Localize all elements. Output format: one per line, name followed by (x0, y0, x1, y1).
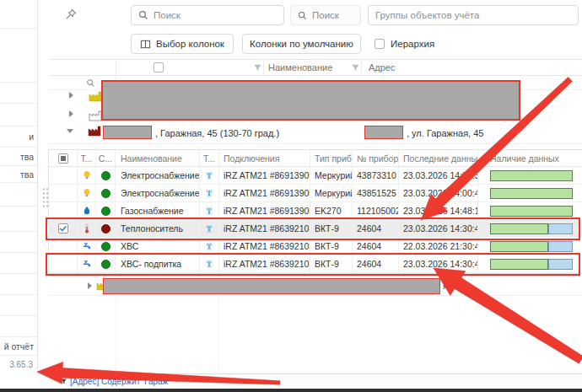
detail-header-status[interactable]: С... (96, 150, 116, 166)
detail-header-name[interactable]: Наименование (116, 150, 200, 166)
data-availability-bar (490, 206, 573, 217)
table-row[interactable]: Электроснабжение в мест... iRZ ATM21 #86… (49, 167, 582, 185)
factory-icon-yellow (89, 89, 102, 102)
antenna-icon (200, 202, 219, 219)
expand-row-icon[interactable] (69, 92, 73, 99)
table-row[interactable]: ХВС iRZ ATM21 #863921039327... ВКТ-9 246… (49, 238, 582, 255)
pin-icon[interactable] (64, 8, 78, 21)
group-row-name[interactable]: я, 77 (443, 278, 463, 294)
sidebar-item[interactable] (0, 274, 37, 295)
search-icon (138, 10, 148, 20)
choose-columns-button[interactable]: Выбор колонок (131, 34, 234, 54)
sidebar-item[interactable] (0, 295, 37, 316)
antenna-icon (200, 185, 219, 201)
app-version: 3.65.3 (0, 356, 37, 373)
row-connection: iRZ ATM21 #863921039327... (219, 220, 310, 237)
status-indicator (101, 171, 110, 180)
expand-row-icon[interactable] (88, 282, 92, 289)
sidebar-item[interactable] (0, 207, 37, 232)
sidebar-item[interactable]: тва (0, 166, 37, 183)
antenna-icon (200, 255, 219, 272)
detail-select-all-checkbox[interactable] (49, 150, 78, 166)
sidebar-item[interactable]: и (0, 126, 37, 148)
table-row[interactable]: ХВС- подпитка iRZ ATM21 #863921039327...… (49, 255, 582, 273)
default-columns-button[interactable]: Колонки по умолчанию (242, 34, 361, 54)
row-name: ХВС (116, 238, 200, 255)
search-input[interactable]: Поиск (131, 5, 284, 25)
column-header-name[interactable]: Наименование (268, 59, 332, 76)
row-last-data: 23.03.2026 14:48:14 (399, 202, 478, 219)
sidebar-item[interactable] (0, 28, 37, 83)
data-availability-bar (490, 170, 573, 181)
table-row[interactable]: Электроснабжение в мест... iRZ ATM21 #86… (49, 185, 582, 202)
detail-header-last-data[interactable]: Последние данные (399, 150, 478, 166)
row-device-type: ВКТ-9 (310, 238, 353, 255)
group-row-name[interactable]: , Гаражная, 45 (130-70 град.) (155, 124, 279, 143)
redaction-overlay (101, 80, 520, 121)
row-last-data: 23.03.2026 14:30:42 (399, 255, 478, 272)
sidebar-item[interactable]: тва (0, 148, 37, 166)
filter-funnel-icon[interactable] (60, 378, 67, 385)
sidebar-item[interactable] (0, 183, 37, 207)
row-device-no: 43851525 (353, 185, 399, 201)
expand-row-icon[interactable] (69, 110, 73, 117)
sidebar-item[interactable] (0, 316, 37, 337)
row-last-data: 23.03.2026 14:00:42 (399, 185, 478, 201)
groups-placeholder: Группы объектов учёта (375, 10, 479, 20)
search-placeholder: Поиск (312, 10, 339, 20)
object-groups-combobox[interactable]: Группы объектов учёта (368, 5, 579, 25)
detail-grid: Т... С... Наименование Т... Подключения … (48, 149, 582, 274)
row-checkbox-checked[interactable] (49, 220, 78, 237)
active-filter-link[interactable]: [Адрес] Содержит 'Гараж' (70, 374, 170, 389)
collapse-row-icon[interactable] (67, 129, 73, 133)
row-connection: iRZ ATM21 #869139051841... (219, 167, 310, 184)
row-device-no: 1121050020 (353, 202, 399, 219)
detail-header-availability[interactable]: Наличие данных (478, 150, 582, 166)
row-connection: iRZ ATM21 #869139057057... (219, 202, 310, 219)
data-availability-bar (490, 188, 573, 199)
row-last-data: 23.03.2026 14:30:42 (399, 220, 478, 237)
faucet-icon (78, 238, 96, 255)
sidebar-item[interactable] (0, 104, 37, 126)
table-row[interactable]: Газоснабжение iRZ ATM21 #869139057057...… (49, 202, 582, 220)
detail-header-device-no[interactable]: № прибора (353, 150, 399, 166)
row-last-data: 22.03.2026 21:30:48 (399, 238, 478, 255)
columns-icon (140, 39, 151, 50)
row-device-type: EK270 (310, 202, 353, 219)
detail-header-connections[interactable]: Подключения (219, 150, 310, 166)
row-device-no: 24604 (353, 255, 399, 272)
status-indicator (101, 224, 110, 234)
row-device-type: Меркурий ... (310, 167, 353, 184)
group-row-address[interactable]: , ул. Гаражная, 45 (407, 124, 483, 143)
row-device-type: ВКТ-9 (310, 220, 353, 237)
sidebar-item-report[interactable]: й отчёт (0, 337, 37, 356)
secondary-search-input[interactable]: Поиск (290, 5, 361, 25)
row-device-no: 24604 (353, 238, 399, 255)
filter-funnel-icon[interactable] (351, 63, 360, 72)
column-header-address[interactable]: Адрес (369, 59, 396, 76)
data-availability-bar (490, 223, 573, 234)
filter-row-search-icon[interactable] (86, 78, 95, 88)
bulb-icon (78, 167, 96, 184)
app-window: и тва тва й отчёт 3.65.3 Поиск (0, 0, 582, 392)
detail-header-conn-type[interactable]: Т... (200, 150, 219, 166)
antenna-icon (200, 167, 219, 184)
row-name: Электроснабжение в мест... (116, 167, 200, 184)
redaction-overlay (103, 278, 440, 294)
filter-funnel-icon[interactable] (253, 63, 262, 72)
data-availability-bar (490, 259, 573, 270)
table-row-selected[interactable]: Теплоноситель iRZ ATM21 #863921039327...… (49, 220, 582, 238)
detail-header-row: Т... С... Наименование Т... Подключения … (49, 150, 582, 167)
detail-header-type[interactable]: Т... (78, 150, 96, 166)
left-sidebar: и тва тва й отчёт 3.65.3 (0, 0, 38, 389)
select-all-checkbox[interactable] (154, 62, 164, 72)
sidebar-item[interactable] (0, 253, 37, 274)
hierarchy-checkbox[interactable] (375, 39, 385, 49)
status-indicator (101, 207, 110, 216)
antenna-icon (200, 220, 219, 237)
detail-header-device-type[interactable]: Тип прибора (310, 150, 353, 166)
row-name: Электроснабжение в мест... (116, 185, 200, 201)
sidebar-item[interactable] (0, 232, 37, 253)
sidebar-item[interactable] (0, 83, 37, 104)
status-indicator (101, 242, 110, 251)
